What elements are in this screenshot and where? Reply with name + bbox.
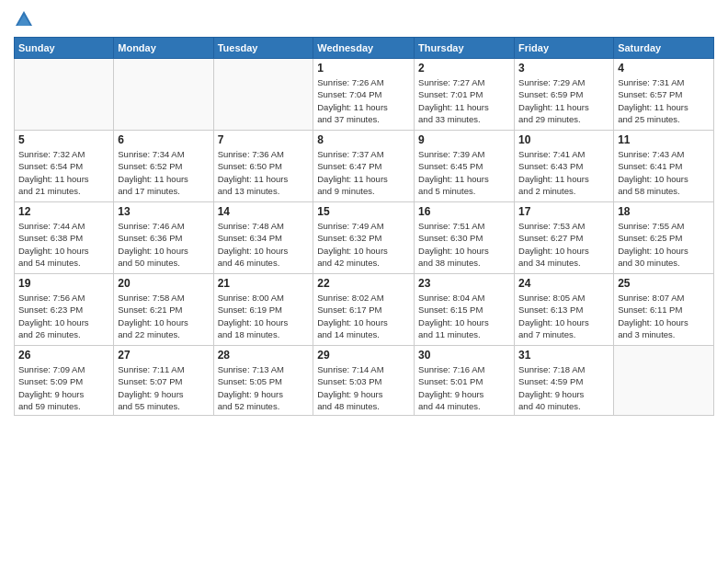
- day-info: Sunrise: 7:18 AMSunset: 4:59 PMDaylight:…: [518, 363, 609, 412]
- week-row-1: 1Sunrise: 7:26 AMSunset: 7:04 PMDaylight…: [15, 59, 714, 131]
- day-number: 19: [18, 277, 109, 290]
- day-number: 16: [418, 205, 510, 218]
- calendar-cell-4-3: 21Sunrise: 8:00 AMSunset: 6:19 PMDayligh…: [213, 274, 313, 346]
- day-info: Sunrise: 7:16 AMSunset: 5:01 PMDaylight:…: [418, 363, 510, 412]
- day-number: 10: [518, 133, 609, 146]
- day-info: Sunrise: 7:41 AMSunset: 6:43 PMDaylight:…: [518, 148, 609, 197]
- day-info: Sunrise: 7:43 AMSunset: 6:41 PMDaylight:…: [618, 148, 710, 197]
- day-info: Sunrise: 7:31 AMSunset: 6:57 PMDaylight:…: [618, 76, 710, 125]
- header: [14, 9, 714, 29]
- week-row-4: 19Sunrise: 7:56 AMSunset: 6:23 PMDayligh…: [15, 274, 714, 346]
- day-info: Sunrise: 7:32 AMSunset: 6:54 PMDaylight:…: [18, 148, 109, 197]
- calendar-cell-3-6: 17Sunrise: 7:53 AMSunset: 6:27 PMDayligh…: [515, 202, 614, 274]
- day-number: 17: [518, 205, 609, 218]
- calendar-cell-2-7: 11Sunrise: 7:43 AMSunset: 6:41 PMDayligh…: [614, 131, 714, 202]
- day-info: Sunrise: 7:55 AMSunset: 6:25 PMDaylight:…: [618, 220, 710, 269]
- weekday-header-sunday: Sunday: [15, 38, 114, 59]
- week-row-5: 26Sunrise: 7:09 AMSunset: 5:09 PMDayligh…: [15, 346, 714, 416]
- day-number: 3: [518, 62, 609, 75]
- calendar-cell-2-1: 5Sunrise: 7:32 AMSunset: 6:54 PMDaylight…: [15, 131, 114, 202]
- calendar-cell-1-6: 3Sunrise: 7:29 AMSunset: 6:59 PMDaylight…: [515, 59, 614, 131]
- day-info: Sunrise: 7:58 AMSunset: 6:21 PMDaylight:…: [118, 292, 209, 340]
- calendar-cell-4-2: 20Sunrise: 7:58 AMSunset: 6:21 PMDayligh…: [114, 274, 213, 346]
- calendar-cell-1-1: [15, 59, 114, 131]
- calendar: SundayMondayTuesdayWednesdayThursdayFrid…: [14, 37, 714, 416]
- logo: [14, 9, 38, 29]
- day-info: Sunrise: 7:27 AMSunset: 7:01 PMDaylight:…: [418, 76, 510, 125]
- calendar-cell-5-4: 29Sunrise: 7:14 AMSunset: 5:03 PMDayligh…: [313, 346, 415, 416]
- day-number: 13: [118, 205, 209, 218]
- calendar-cell-4-4: 22Sunrise: 8:02 AMSunset: 6:17 PMDayligh…: [313, 274, 415, 346]
- logo-icon: [14, 9, 34, 29]
- calendar-cell-3-3: 14Sunrise: 7:48 AMSunset: 6:34 PMDayligh…: [213, 202, 313, 274]
- calendar-cell-3-1: 12Sunrise: 7:44 AMSunset: 6:38 PMDayligh…: [15, 202, 114, 274]
- day-info: Sunrise: 8:07 AMSunset: 6:11 PMDaylight:…: [618, 292, 710, 340]
- calendar-cell-5-1: 26Sunrise: 7:09 AMSunset: 5:09 PMDayligh…: [15, 346, 114, 416]
- day-info: Sunrise: 7:36 AMSunset: 6:50 PMDaylight:…: [218, 148, 310, 197]
- day-info: Sunrise: 7:29 AMSunset: 6:59 PMDaylight:…: [518, 76, 609, 125]
- day-number: 18: [618, 205, 710, 218]
- day-info: Sunrise: 8:02 AMSunset: 6:17 PMDaylight:…: [317, 292, 410, 340]
- day-number: 23: [418, 277, 510, 290]
- day-info: Sunrise: 7:34 AMSunset: 6:52 PMDaylight:…: [118, 148, 209, 197]
- weekday-header-monday: Monday: [114, 38, 213, 59]
- calendar-cell-4-1: 19Sunrise: 7:56 AMSunset: 6:23 PMDayligh…: [15, 274, 114, 346]
- calendar-cell-4-7: 25Sunrise: 8:07 AMSunset: 6:11 PMDayligh…: [614, 274, 714, 346]
- calendar-cell-5-6: 31Sunrise: 7:18 AMSunset: 4:59 PMDayligh…: [515, 346, 614, 416]
- day-number: 30: [418, 349, 510, 362]
- calendar-cell-3-7: 18Sunrise: 7:55 AMSunset: 6:25 PMDayligh…: [614, 202, 714, 274]
- day-number: 8: [317, 133, 410, 146]
- day-number: 26: [18, 349, 109, 362]
- weekday-header-saturday: Saturday: [614, 38, 714, 59]
- day-info: Sunrise: 7:53 AMSunset: 6:27 PMDaylight:…: [518, 220, 609, 269]
- calendar-cell-4-5: 23Sunrise: 8:04 AMSunset: 6:15 PMDayligh…: [415, 274, 515, 346]
- day-info: Sunrise: 7:26 AMSunset: 7:04 PMDaylight:…: [317, 76, 410, 125]
- day-number: 5: [18, 133, 109, 146]
- weekday-header-row: SundayMondayTuesdayWednesdayThursdayFrid…: [15, 38, 714, 59]
- day-number: 6: [118, 133, 209, 146]
- calendar-cell-5-2: 27Sunrise: 7:11 AMSunset: 5:07 PMDayligh…: [114, 346, 213, 416]
- calendar-cell-3-4: 15Sunrise: 7:49 AMSunset: 6:32 PMDayligh…: [313, 202, 415, 274]
- calendar-cell-2-2: 6Sunrise: 7:34 AMSunset: 6:52 PMDaylight…: [114, 131, 213, 202]
- day-info: Sunrise: 7:11 AMSunset: 5:07 PMDaylight:…: [118, 363, 209, 412]
- day-number: 20: [118, 277, 209, 290]
- calendar-cell-5-3: 28Sunrise: 7:13 AMSunset: 5:05 PMDayligh…: [213, 346, 313, 416]
- weekday-header-tuesday: Tuesday: [213, 38, 313, 59]
- day-info: Sunrise: 7:13 AMSunset: 5:05 PMDaylight:…: [218, 363, 310, 412]
- day-number: 2: [418, 62, 510, 75]
- calendar-cell-2-6: 10Sunrise: 7:41 AMSunset: 6:43 PMDayligh…: [515, 131, 614, 202]
- day-number: 22: [317, 277, 410, 290]
- calendar-cell-1-4: 1Sunrise: 7:26 AMSunset: 7:04 PMDaylight…: [313, 59, 415, 131]
- weekday-header-friday: Friday: [515, 38, 614, 59]
- day-info: Sunrise: 7:48 AMSunset: 6:34 PMDaylight:…: [218, 220, 310, 269]
- day-number: 27: [118, 349, 209, 362]
- day-number: 15: [317, 205, 410, 218]
- day-info: Sunrise: 7:46 AMSunset: 6:36 PMDaylight:…: [118, 220, 209, 269]
- day-number: 31: [518, 349, 609, 362]
- day-number: 25: [618, 277, 710, 290]
- calendar-cell-1-7: 4Sunrise: 7:31 AMSunset: 6:57 PMDaylight…: [614, 59, 714, 131]
- weekday-header-thursday: Thursday: [415, 38, 515, 59]
- day-info: Sunrise: 8:05 AMSunset: 6:13 PMDaylight:…: [518, 292, 609, 340]
- calendar-cell-2-4: 8Sunrise: 7:37 AMSunset: 6:47 PMDaylight…: [313, 131, 415, 202]
- day-info: Sunrise: 7:56 AMSunset: 6:23 PMDaylight:…: [18, 292, 109, 340]
- calendar-cell-4-6: 24Sunrise: 8:05 AMSunset: 6:13 PMDayligh…: [515, 274, 614, 346]
- day-number: 21: [218, 277, 310, 290]
- day-info: Sunrise: 7:37 AMSunset: 6:47 PMDaylight:…: [317, 148, 410, 197]
- week-row-2: 5Sunrise: 7:32 AMSunset: 6:54 PMDaylight…: [15, 131, 714, 202]
- page: SundayMondayTuesdayWednesdayThursdayFrid…: [0, 0, 728, 563]
- weekday-header-wednesday: Wednesday: [313, 38, 415, 59]
- day-number: 9: [418, 133, 510, 146]
- day-number: 28: [218, 349, 310, 362]
- day-number: 14: [218, 205, 310, 218]
- day-number: 12: [18, 205, 109, 218]
- calendar-cell-3-2: 13Sunrise: 7:46 AMSunset: 6:36 PMDayligh…: [114, 202, 213, 274]
- day-info: Sunrise: 7:51 AMSunset: 6:30 PMDaylight:…: [418, 220, 510, 269]
- day-info: Sunrise: 7:49 AMSunset: 6:32 PMDaylight:…: [317, 220, 410, 269]
- calendar-cell-2-3: 7Sunrise: 7:36 AMSunset: 6:50 PMDaylight…: [213, 131, 313, 202]
- day-info: Sunrise: 7:39 AMSunset: 6:45 PMDaylight:…: [418, 148, 510, 197]
- calendar-cell-1-2: [114, 59, 213, 131]
- week-row-3: 12Sunrise: 7:44 AMSunset: 6:38 PMDayligh…: [15, 202, 714, 274]
- day-number: 29: [317, 349, 410, 362]
- day-info: Sunrise: 8:04 AMSunset: 6:15 PMDaylight:…: [418, 292, 510, 340]
